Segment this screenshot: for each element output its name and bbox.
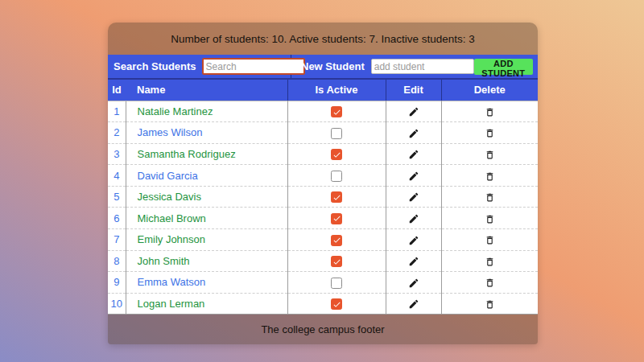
- add-student-button[interactable]: ADD STUDENT: [474, 59, 533, 75]
- check-icon: [332, 300, 341, 309]
- student-id: 6: [108, 208, 126, 229]
- student-row: 8 John Smith: [108, 250, 538, 272]
- edit-button[interactable]: [408, 106, 419, 117]
- delete-button[interactable]: [485, 192, 495, 203]
- edit-button[interactable]: [408, 298, 419, 310]
- edit-button[interactable]: [408, 278, 419, 289]
- trash-icon: [485, 278, 495, 288]
- check-icon: [332, 108, 341, 117]
- delete-button[interactable]: [485, 299, 495, 310]
- delete-cell: [441, 143, 538, 165]
- column-header-delete: Delete: [441, 80, 538, 101]
- pencil-icon: [408, 213, 419, 224]
- delete-cell: [441, 293, 538, 314]
- column-header-id: Id: [108, 80, 126, 101]
- pencil-icon: [408, 128, 419, 139]
- check-icon: [332, 193, 341, 202]
- is-active-checkbox[interactable]: [331, 256, 342, 267]
- student-id: 4: [108, 165, 126, 187]
- student-row: 6 Michael Brown: [108, 208, 538, 229]
- edit-button[interactable]: [408, 256, 419, 267]
- delete-cell: [441, 272, 538, 294]
- student-name: John Smith: [126, 250, 287, 272]
- delete-cell: [441, 208, 538, 229]
- edit-cell: [386, 143, 441, 165]
- pencil-icon: [408, 191, 419, 203]
- check-icon: [332, 257, 341, 266]
- trash-icon: [485, 235, 495, 245]
- edit-cell: [386, 250, 441, 272]
- is-active-cell: [287, 293, 386, 314]
- is-active-checkbox[interactable]: [331, 235, 342, 246]
- trash-icon: [485, 192, 495, 203]
- is-active-cell: [287, 165, 386, 187]
- delete-button[interactable]: [485, 128, 495, 138]
- edit-cell: [386, 293, 441, 314]
- is-active-cell: [287, 228, 386, 250]
- delete-button[interactable]: [485, 235, 495, 245]
- student-row: 9 Emma Watson: [108, 272, 538, 294]
- student-id: 3: [108, 143, 126, 165]
- edit-cell: [386, 165, 441, 187]
- footer: The college campus footer: [108, 315, 538, 344]
- student-id: 8: [108, 250, 126, 272]
- column-header-edit: Edit: [386, 80, 441, 101]
- delete-button[interactable]: [485, 150, 495, 160]
- new-student-label: New Student: [301, 60, 365, 72]
- is-active-checkbox[interactable]: [331, 191, 342, 203]
- trash-icon: [485, 171, 495, 182]
- edit-cell: [386, 272, 441, 294]
- edit-button[interactable]: [408, 191, 419, 203]
- is-active-cell: [287, 250, 386, 272]
- edit-button[interactable]: [408, 213, 419, 224]
- is-active-cell: [287, 143, 386, 165]
- is-active-checkbox[interactable]: [331, 171, 342, 182]
- delete-cell: [441, 228, 538, 250]
- students-table-wrap: Id Name Is Active Edit Delete 1 Natalie …: [108, 80, 538, 315]
- search-students-label: Search Students: [114, 60, 196, 72]
- check-icon: [332, 214, 341, 223]
- delete-button[interactable]: [485, 257, 495, 267]
- student-id: 2: [108, 122, 126, 144]
- is-active-checkbox[interactable]: [331, 278, 342, 289]
- edit-button[interactable]: [408, 128, 419, 139]
- trash-icon: [485, 150, 495, 160]
- delete-button[interactable]: [485, 107, 495, 117]
- student-name: Michael Brown: [126, 208, 287, 229]
- students-table: Id Name Is Active Edit Delete 1 Natalie …: [108, 80, 538, 314]
- student-manager-card: Number of students: 10. Active students:…: [108, 23, 538, 344]
- search-input[interactable]: [202, 58, 305, 75]
- trash-icon: [485, 128, 495, 138]
- edit-cell: [386, 208, 441, 229]
- new-student-section: New Student: [291, 59, 474, 74]
- is-active-checkbox[interactable]: [331, 149, 342, 160]
- student-name: Natalie Martinez: [126, 101, 287, 122]
- edit-button[interactable]: [408, 149, 419, 160]
- stats-header: Number of students: 10. Active students:…: [108, 23, 538, 55]
- delete-button[interactable]: [485, 214, 495, 224]
- is-active-checkbox[interactable]: [331, 213, 342, 224]
- student-id: 10: [108, 293, 126, 314]
- is-active-cell: [287, 101, 386, 122]
- pencil-icon: [408, 256, 419, 267]
- is-active-checkbox[interactable]: [331, 128, 342, 139]
- edit-button[interactable]: [408, 171, 419, 182]
- edit-button[interactable]: [408, 235, 419, 246]
- is-active-cell: [287, 272, 386, 294]
- student-id: 5: [108, 186, 126, 208]
- new-student-input[interactable]: [371, 59, 474, 74]
- trash-icon: [485, 214, 495, 224]
- pencil-icon: [408, 235, 419, 246]
- student-id: 1: [108, 101, 126, 122]
- student-name: Emily Johnson: [126, 228, 287, 250]
- is-active-checkbox[interactable]: [331, 298, 342, 310]
- student-row: 3 Samantha Rodriguez: [108, 143, 538, 165]
- pencil-icon: [408, 106, 419, 117]
- student-row: 4 David Garcia: [108, 165, 538, 187]
- delete-button[interactable]: [485, 171, 495, 182]
- column-header-isactive: Is Active: [287, 80, 386, 101]
- delete-button[interactable]: [485, 278, 495, 288]
- student-row: 2 James Wilson: [108, 122, 538, 144]
- student-id: 7: [108, 228, 126, 250]
- is-active-checkbox[interactable]: [331, 106, 342, 117]
